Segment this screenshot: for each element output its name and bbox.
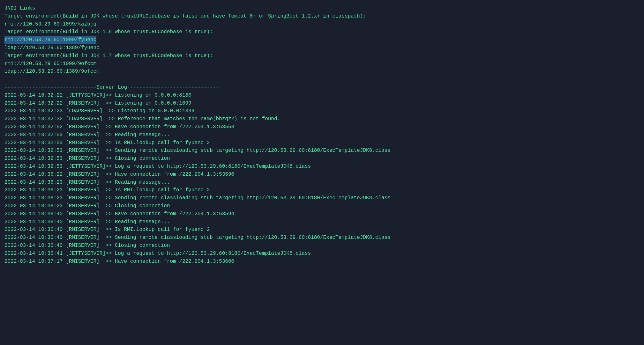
terminal-line: 2022-03-14 10:36:40 [RMISERVER] >> Have …	[4, 210, 640, 218]
terminal-line: 2022-03-14 10:36:22 [RMISERVER] >> Have …	[4, 171, 640, 179]
terminal-line: rmi://120.53.29.60:1099/kazbjq	[4, 20, 640, 28]
terminal-line: 2022-03-14 10:32:53 [JETTYSERVER]>> Log …	[4, 163, 640, 171]
terminal-line: 2022-03-14 10:36:40 [RMISERVER] >> Is RM…	[4, 226, 640, 234]
terminal-line: 2022-03-14 10:36:23 [RMISERVER] >> Is RM…	[4, 186, 640, 194]
terminal-highlighted-line: rmi://120.53.29.60:1099/fyuenc	[4, 36, 96, 44]
terminal-line: 2022-03-14 10:32:23 [LDAPSERVER] >> List…	[4, 107, 640, 115]
terminal-line: ldap://120.53.29.60:1389/fyuenc	[4, 44, 640, 52]
terminal-line: Target environment(Build in JDK 1.8 whos…	[4, 28, 640, 36]
terminal-line: 2022-03-14 10:32:53 [RMISERVER] >> Closi…	[4, 155, 640, 163]
terminal-line: 2022-03-14 10:36:23 [RMISERVER] >> Closi…	[4, 202, 640, 210]
terminal-empty-line	[4, 76, 640, 84]
terminal-line: 2022-03-14 10:32:52 [RMISERVER] >> Have …	[4, 123, 640, 131]
terminal-line: 2022-03-14 10:32:22 [RMISERVER] >> Liste…	[4, 99, 640, 107]
terminal-line: rmi://120.53.29.60:1099/fyuenc	[4, 36, 640, 44]
terminal-line: 2022-03-14 10:36:40 [RMISERVER] >> Sendi…	[4, 234, 640, 242]
terminal-line: JNDI Links	[4, 4, 640, 12]
terminal-line: 2022-03-14 10:36:40 [RMISERVER] >> Readi…	[4, 218, 640, 226]
terminal-line: 2022-03-14 10:36:41 [JETTYSERVER]>> Log …	[4, 250, 640, 258]
terminal-line: 2022-03-14 10:37:17 [RMISERVER] >> Have …	[4, 258, 640, 266]
terminal-line: 2022-03-14 10:32:22 [JETTYSERVER]>> List…	[4, 92, 640, 99]
terminal-window: JNDI LinksTarget environment(Build in JD…	[4, 3, 640, 345]
terminal-line: Target environment(Build in JDK 1.7 whos…	[4, 52, 640, 60]
terminal-output: JNDI LinksTarget environment(Build in JD…	[4, 4, 640, 265]
terminal-line: 2022-03-14 10:32:53 [RMISERVER] >> Readi…	[4, 131, 640, 139]
terminal-line: ldap://120.53.29.60:1389/9ofccm	[4, 68, 640, 76]
terminal-line: 2022-03-14 10:32:32 [LDAPSERVER] >> Refe…	[4, 115, 640, 123]
terminal-line: 2022-03-14 10:32:53 [RMISERVER] >> Is RM…	[4, 139, 640, 147]
terminal-line: rmi://120.53.29.60:1099/9ofccm	[4, 60, 640, 68]
terminal-line: 2022-03-14 10:36:40 [RMISERVER] >> Closi…	[4, 242, 640, 250]
terminal-line: 2022-03-14 10:36:23 [RMISERVER] >> Sendi…	[4, 194, 640, 202]
terminal-line: 2022-03-14 10:36:23 [RMISERVER] >> Readi…	[4, 179, 640, 187]
terminal-line: ------------------------------Server Log…	[4, 84, 640, 92]
terminal-line: 2022-03-14 10:32:53 [RMISERVER] >> Sendi…	[4, 147, 640, 155]
terminal-line: Target environment(Build in JDK whose tr…	[4, 12, 640, 20]
